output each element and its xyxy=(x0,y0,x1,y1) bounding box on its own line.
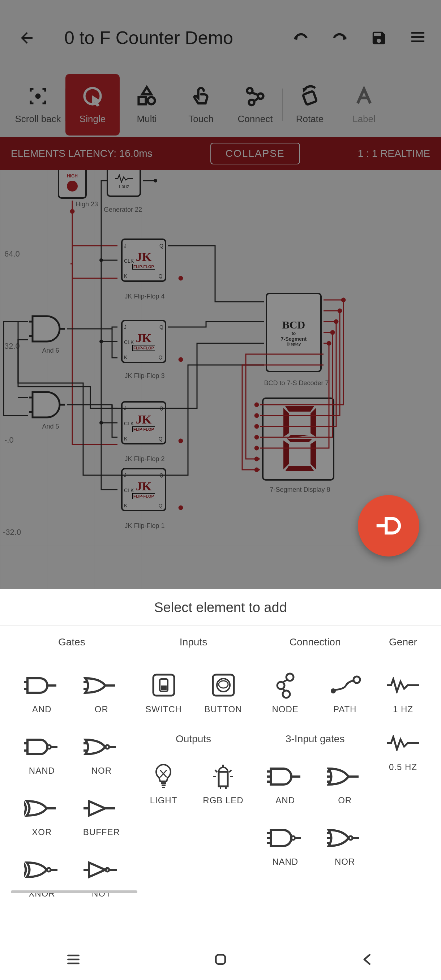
svg-point-41 xyxy=(47,868,51,872)
gate-or[interactable]: OR xyxy=(72,661,131,719)
column-gates: Gates AND OR NAND NOR xyxy=(11,636,133,903)
tool-label: Multi xyxy=(137,113,157,125)
menu-button[interactable] xyxy=(409,29,427,47)
3gate-nor[interactable]: NOR xyxy=(315,813,375,871)
svg-point-23 xyxy=(178,357,183,362)
nav-recent[interactable] xyxy=(65,951,81,969)
component-label: And 6 xyxy=(14,347,87,355)
tool-label: Rotate xyxy=(296,113,324,125)
tool-single[interactable]: Single xyxy=(65,74,119,135)
tool-label: Connect xyxy=(238,113,273,125)
component-bcd[interactable]: BCD to 7-Segment Display xyxy=(266,293,322,372)
sheet-title: Select element to add xyxy=(0,589,441,626)
gate-not[interactable]: NOT xyxy=(72,845,131,903)
3gate-nand[interactable]: NAND xyxy=(256,813,315,871)
component-jk-2[interactable]: JK FLIP-FLOP J CLK K Q Q' xyxy=(121,401,166,444)
component-7seg[interactable] xyxy=(262,398,334,480)
3gate-and[interactable]: AND xyxy=(256,752,315,810)
tool-rotate[interactable]: Rotate xyxy=(283,74,337,135)
component-jk-3[interactable]: JK FLIP-FLOP J CLK K Q Q' xyxy=(121,320,166,363)
app-canvas-area: 0 to F Counter Demo Scroll back Single xyxy=(0,0,441,589)
svg-rect-46 xyxy=(213,675,234,695)
svg-point-30 xyxy=(255,435,259,439)
svg-point-40 xyxy=(105,745,109,749)
svg-point-29 xyxy=(255,424,259,429)
component-and-6[interactable] xyxy=(29,314,65,343)
component-generator[interactable]: 1.0HZ xyxy=(107,170,141,197)
connection-node[interactable]: NODE xyxy=(256,661,315,719)
component-label: JK Flip-Flop 4 xyxy=(108,293,181,300)
gate-and[interactable]: AND xyxy=(12,661,72,719)
high-badge: HIGH xyxy=(67,173,78,178)
realtime-label: 1 : 1 REALTIME xyxy=(358,148,430,159)
component-label: Generator 22 xyxy=(87,206,159,213)
axis-label: 64.0 xyxy=(4,249,20,259)
svg-point-56 xyxy=(349,836,352,840)
column-connection: Connection NODE PATH 3-Input gates AND xyxy=(254,636,376,903)
input-button[interactable]: BUTTON xyxy=(193,661,253,719)
axis-label: -32.0 xyxy=(3,528,21,537)
collapse-button[interactable]: COLLAPSE xyxy=(210,143,300,164)
nav-home[interactable] xyxy=(213,951,228,969)
sub-header-outputs: Outputs xyxy=(133,733,255,745)
component-high[interactable]: HIGH xyxy=(58,170,87,199)
svg-rect-43 xyxy=(153,675,174,695)
status-bar: ELEMENTS LATENCY: 16.0ms COLLAPSE 1 : 1 … xyxy=(0,137,441,170)
svg-point-28 xyxy=(255,414,259,418)
gate-buffer[interactable]: BUFFER xyxy=(72,784,131,842)
svg-point-22 xyxy=(178,276,183,280)
tool-label: Scroll back xyxy=(15,113,61,125)
gate-xnor[interactable]: XNOR xyxy=(12,845,72,903)
undo-button[interactable] xyxy=(292,29,309,47)
component-label: 7-Segment Display 8 xyxy=(253,486,347,493)
gate-xor[interactable]: XOR xyxy=(12,784,72,842)
svg-point-32 xyxy=(255,457,259,461)
input-switch[interactable]: SWITCH xyxy=(134,661,193,719)
svg-point-52 xyxy=(283,690,290,698)
svg-marker-13 xyxy=(310,441,316,469)
svg-point-21 xyxy=(99,421,103,425)
gate-nor[interactable]: NOR xyxy=(72,722,131,780)
svg-rect-9 xyxy=(303,91,317,105)
column-header: Inputs xyxy=(180,636,207,651)
tool-scroll-back[interactable]: Scroll back xyxy=(11,74,65,135)
svg-point-5 xyxy=(148,97,155,104)
output-rgb-led[interactable]: RGB LED xyxy=(193,752,253,810)
column-header: Connection xyxy=(290,636,341,651)
3gate-or[interactable]: OR xyxy=(315,752,375,810)
tool-connect[interactable]: Connect xyxy=(228,74,282,135)
svg-rect-4 xyxy=(139,97,146,104)
svg-point-20 xyxy=(99,340,103,343)
tool-label-text: Label xyxy=(352,113,376,125)
axis-label: -.0 xyxy=(4,436,14,445)
svg-point-35 xyxy=(338,309,342,313)
connection-path[interactable]: PATH xyxy=(315,661,375,719)
component-jk-1[interactable]: JK FLIP-FLOP J CLK K Q Q' xyxy=(121,468,166,511)
output-light[interactable]: LIGHT xyxy=(134,752,193,810)
component-and-5[interactable] xyxy=(29,390,65,419)
svg-marker-14 xyxy=(285,466,314,471)
redo-button[interactable] xyxy=(331,29,349,47)
svg-point-2 xyxy=(35,93,41,99)
svg-point-36 xyxy=(334,320,338,324)
svg-point-34 xyxy=(341,298,345,302)
svg-point-53 xyxy=(353,676,360,683)
column-inputs: Inputs SWITCH BUTTON Outputs LIGHT xyxy=(133,636,255,903)
gate-nand[interactable]: NAND xyxy=(12,722,72,780)
svg-marker-16 xyxy=(283,408,289,437)
tool-touch[interactable]: Touch xyxy=(174,74,228,135)
svg-point-37 xyxy=(330,330,335,335)
back-button[interactable] xyxy=(18,29,35,47)
fab-add-element[interactable] xyxy=(358,495,419,557)
gen-1hz[interactable]: 1 HZ xyxy=(373,661,433,719)
component-jk-4[interactable]: JK FLIP-FLOP J CLK K Q Q' xyxy=(121,239,166,282)
system-nav-bar xyxy=(0,940,441,980)
gen-05hz[interactable]: 0.5 HZ xyxy=(373,719,433,776)
save-button[interactable] xyxy=(370,29,387,47)
svg-point-26 xyxy=(154,179,157,183)
component-label: And 5 xyxy=(14,423,87,430)
tool-multi[interactable]: Multi xyxy=(119,74,174,135)
nav-back[interactable] xyxy=(360,951,376,969)
tool-label[interactable]: Label xyxy=(337,74,391,135)
column-header: Gener xyxy=(389,636,417,651)
